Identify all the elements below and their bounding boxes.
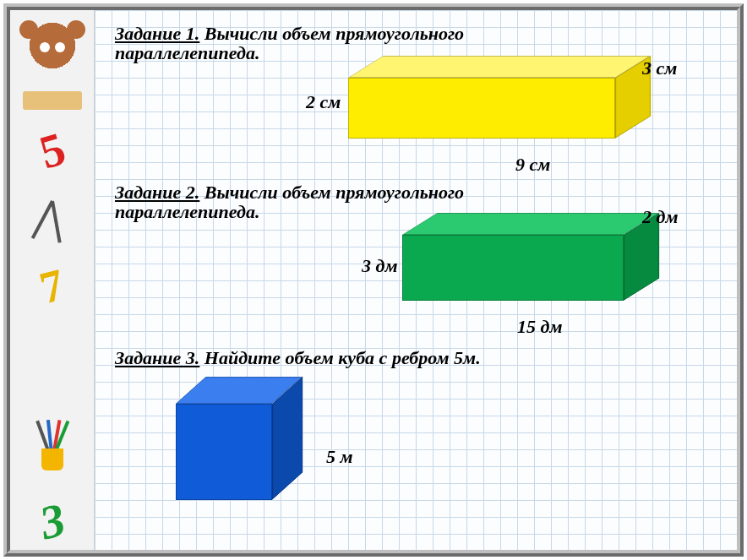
task-3-body: Найдите объем куба с ребром 5м. — [204, 347, 481, 368]
task-3-text: Задание 3. Найдите объем куба с ребром 5… — [115, 348, 588, 367]
task-2-depth: 2 дм — [642, 206, 679, 228]
task-1-height: 2 см — [306, 91, 341, 113]
mascot-icon — [16, 19, 89, 86]
task-1-label: Задание 1. — [115, 23, 199, 44]
slide-frame: 5 7 3 Задание 1. Вычисли объем прямоугол… — [3, 3, 744, 557]
worksheet-area: Задание 1. Вычисли объем прямоугольного … — [95, 10, 737, 550]
compasses-icon — [34, 196, 71, 247]
digit-five-icon: 5 — [25, 117, 79, 184]
tools-cup-icon — [31, 428, 74, 470]
task-3-edge: 5 м — [326, 446, 353, 468]
task-2-height: 3 дм — [362, 255, 398, 277]
task-3-label: Задание 3. — [115, 347, 199, 368]
sidebar: 5 7 3 — [10, 10, 95, 550]
task-2-width: 15 дм — [517, 316, 563, 338]
desk-icon — [23, 91, 82, 110]
task-2-label: Задание 2. — [115, 182, 199, 203]
task-1-depth: 3 см — [642, 57, 677, 79]
task-1-width: 9 см — [515, 154, 550, 176]
digit-three-icon: 3 — [25, 488, 79, 554]
digit-seven-icon: 7 — [26, 254, 79, 318]
